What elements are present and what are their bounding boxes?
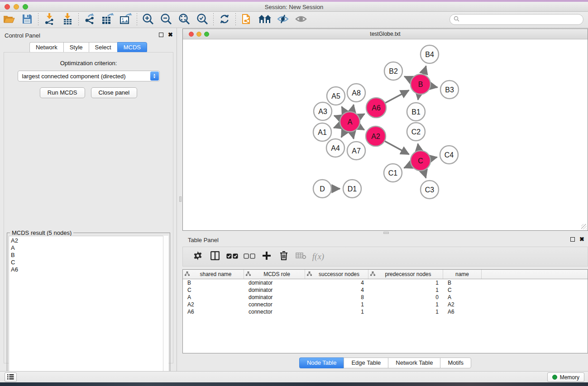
edge-A-A6[interactable]	[359, 114, 364, 117]
refresh-view-button[interactable]	[215, 13, 234, 27]
column-header-name[interactable]: name	[443, 270, 482, 279]
memory-button[interactable]: Memory	[547, 372, 584, 382]
vertical-divider-handle[interactable]	[179, 196, 182, 202]
home-button[interactable]	[256, 13, 274, 27]
horizontal-divider-handle[interactable]	[383, 232, 389, 234]
network-graph[interactable]: B4B2BB3A5A8A6A3B1AA1C2A2A4A7C4CC1DD1C3	[183, 39, 587, 230]
export-table-button[interactable]	[99, 13, 117, 27]
titlebar[interactable]: Session: New Session	[0, 2, 588, 12]
toolbar-separator	[38, 13, 38, 27]
hide-graphics-details-button[interactable]	[274, 13, 292, 27]
close-table-panel-icon[interactable]: ✖	[579, 237, 584, 242]
column-header-successor-nodes[interactable]: successor nodes	[305, 270, 368, 279]
cell-predecessor-nodes: 1	[368, 301, 443, 308]
table-row[interactable]: Cdominator41C	[183, 286, 588, 294]
node-table[interactable]: shared nameMCDS rolesuccessor nodesprede…	[182, 269, 588, 353]
import-table-button[interactable]	[58, 13, 76, 27]
control-panel-title: Control Panel	[5, 32, 40, 39]
result-scrollbar[interactable]	[163, 236, 168, 386]
node-label-C2: C2	[411, 128, 421, 136]
save-floppy-icon	[22, 14, 32, 26]
show-column-button[interactable]	[206, 248, 224, 265]
zoom-fit-button[interactable]	[175, 13, 193, 27]
edge-A-A1[interactable]	[334, 125, 340, 128]
function-builder-button[interactable]: f(x)	[310, 248, 327, 265]
unselect-all-columns-button[interactable]	[241, 248, 258, 265]
edge-B-B3[interactable]	[431, 86, 438, 87]
network-view-window[interactable]: testGlobe.txt B4B2BB3A5A8A6A3B1AA1C2A2A4…	[182, 29, 588, 231]
tab-motifs[interactable]: Motifs	[440, 357, 471, 368]
network-canvas[interactable]: B4B2BB3A5A8A6A3B1AA1C2A2A4A7C4CC1DD1C3	[183, 39, 587, 230]
result-item[interactable]: B	[11, 252, 168, 259]
zoom-in-button[interactable]	[139, 13, 157, 27]
criterion-select[interactable]: largest connected component (directed) ▲…	[18, 71, 160, 81]
open-file-button[interactable]	[0, 13, 18, 27]
tab-node-table[interactable]: Node Table	[299, 357, 344, 368]
edge-B-B2[interactable]	[404, 76, 411, 80]
table-row[interactable]: A6connector11A6	[183, 308, 588, 315]
column-header-label: successor nodes	[312, 271, 366, 277]
edge-C-C3[interactable]	[424, 171, 426, 178]
column-header-predecessor-nodes[interactable]: predecessor nodes	[368, 270, 443, 279]
column-header-MCDS-role[interactable]: MCDS role	[244, 270, 305, 279]
zoom-selected-button[interactable]	[193, 13, 211, 27]
tab-network-table[interactable]: Network Table	[388, 357, 440, 368]
float-table-panel-icon[interactable]	[570, 237, 575, 242]
export-image-button[interactable]	[117, 13, 135, 27]
edge-A6-B[interactable]	[385, 91, 409, 103]
search-field[interactable]	[449, 14, 583, 25]
result-item[interactable]: A2	[11, 237, 168, 244]
table-row[interactable]: Bdominator41B	[183, 279, 588, 286]
zoom-out-icon	[160, 13, 172, 27]
network-window-titlebar[interactable]: testGlobe.txt	[183, 29, 588, 39]
close-panel-button[interactable]: Close panel	[91, 87, 138, 98]
tab-select[interactable]: Select	[89, 42, 117, 53]
table-row[interactable]: Adominator80A	[183, 294, 588, 301]
result-item[interactable]: A6	[11, 266, 168, 273]
select-all-columns-button[interactable]	[224, 248, 241, 265]
delete-table-button[interactable]	[292, 248, 310, 265]
edge-A2-C[interactable]	[385, 141, 409, 154]
cell-name: A2	[443, 301, 482, 308]
save-session-button[interactable]	[18, 13, 36, 27]
edge-C-C2[interactable]	[418, 144, 419, 151]
edge-B-B4[interactable]	[424, 66, 426, 74]
close-panel-icon[interactable]: ✖	[168, 32, 173, 38]
add-column-button[interactable]	[258, 248, 275, 265]
edge-A-A2[interactable]	[359, 127, 364, 130]
run-mcds-button[interactable]: Run MCDS	[40, 87, 85, 98]
delete-column-button[interactable]	[275, 248, 292, 265]
edge-A-A3[interactable]	[334, 116, 340, 118]
float-panel-icon[interactable]	[159, 33, 163, 37]
import-network-button[interactable]	[40, 13, 58, 27]
result-item[interactable]: A	[11, 244, 168, 252]
edge-B-B1[interactable]	[418, 95, 419, 100]
result-item[interactable]: C	[11, 259, 168, 266]
edge-A-A7[interactable]	[352, 132, 354, 138]
edge-C-C1[interactable]	[404, 165, 411, 168]
show-graphics-details-button[interactable]	[292, 13, 310, 27]
tab-style[interactable]: Style	[63, 42, 89, 53]
task-history-button[interactable]	[5, 372, 17, 382]
tab-mcds[interactable]: MCDS	[117, 42, 147, 53]
column-header-shared-name[interactable]: shared name	[183, 270, 244, 279]
edge-C-C4[interactable]	[431, 157, 437, 158]
new-network-from-selection-button[interactable]	[238, 13, 256, 27]
table-row[interactable]: A2connector11A2	[183, 301, 588, 308]
cell-MCDS-role: dominator	[244, 294, 305, 300]
resize-grip[interactable]	[581, 224, 587, 229]
unchecked-boxes-icon	[244, 253, 255, 261]
edge-A-A5[interactable]	[342, 107, 345, 113]
search-input[interactable]	[462, 15, 583, 24]
cell-name: C	[443, 287, 482, 293]
zoom-out-button[interactable]	[157, 13, 175, 27]
mcds-result-list[interactable]: A2ABCA6	[9, 236, 168, 386]
table-settings-button[interactable]	[189, 248, 206, 265]
edge-A-A4[interactable]	[341, 131, 345, 137]
export-network-button[interactable]	[81, 13, 99, 27]
node-label-A7: A7	[352, 147, 361, 155]
tab-network[interactable]: Network	[29, 42, 63, 53]
eye-slash-icon	[277, 14, 289, 26]
edge-A-A8[interactable]	[352, 105, 354, 111]
tab-edge-table[interactable]: Edge Table	[344, 357, 388, 368]
